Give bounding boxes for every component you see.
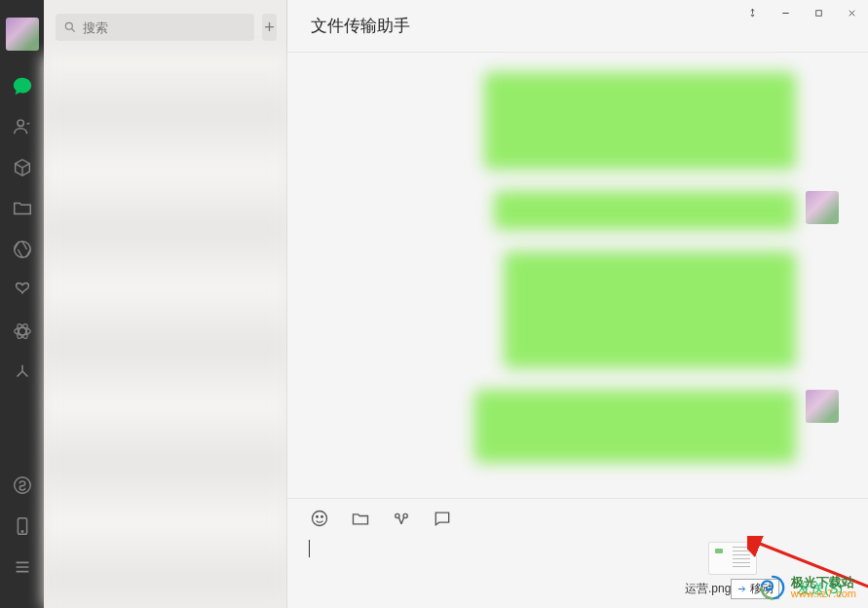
arrow-right-icon — [736, 584, 747, 594]
svg-point-8 — [65, 22, 72, 29]
maximize-button[interactable] — [802, 0, 835, 25]
watermark-url: www.xz7.com — [791, 589, 856, 599]
search-box[interactable] — [56, 14, 254, 41]
svg-point-2 — [14, 327, 30, 334]
watermark: 极光下载站 www.xz7.com — [758, 573, 856, 602]
history-button[interactable] — [432, 508, 453, 529]
aperture-icon[interactable] — [11, 238, 34, 261]
butterfly-icon[interactable] — [11, 279, 34, 302]
message-bubble[interactable] — [474, 390, 796, 463]
attachment-filename: 运营.png — [685, 581, 731, 597]
svg-point-0 — [17, 120, 22, 126]
add-button[interactable]: + — [262, 14, 277, 41]
chat-main: 文件传输助手 运营.png — [287, 0, 868, 608]
cube-icon[interactable] — [11, 156, 34, 179]
compose-toolbar — [287, 499, 868, 538]
miniprogram-icon[interactable] — [11, 474, 34, 497]
spark-icon[interactable] — [11, 361, 34, 384]
app-sidebar — [0, 0, 44, 608]
chat-title: 文件传输助手 — [311, 15, 410, 37]
message-bubble[interactable] — [494, 191, 796, 230]
screenshot-button[interactable] — [391, 508, 412, 529]
attachment-thumb-icon — [708, 542, 757, 575]
svg-point-10 — [313, 512, 327, 526]
svg-point-13 — [396, 513, 399, 517]
menu-icon[interactable] — [11, 555, 34, 579]
minimize-button[interactable] — [769, 0, 802, 25]
emoji-button[interactable] — [309, 508, 330, 529]
message-area[interactable] — [287, 53, 868, 498]
svg-point-14 — [403, 513, 407, 517]
pin-button[interactable] — [736, 0, 769, 25]
folder-icon[interactable] — [11, 197, 34, 220]
file-button[interactable] — [350, 508, 371, 529]
search-icon — [63, 20, 77, 34]
atom-icon[interactable] — [11, 320, 34, 343]
message-avatar[interactable] — [806, 191, 839, 224]
svg-point-12 — [321, 516, 323, 518]
text-caret — [309, 540, 310, 557]
watermark-logo-icon — [758, 573, 787, 602]
user-avatar[interactable] — [6, 18, 39, 51]
close-button[interactable] — [835, 0, 868, 25]
svg-rect-9 — [815, 10, 821, 16]
svg-point-7 — [21, 531, 22, 532]
chat-list-panel: + — [44, 0, 287, 608]
message-bubble[interactable] — [504, 251, 796, 368]
contacts-icon[interactable] — [11, 115, 34, 138]
message-bubble[interactable] — [484, 72, 796, 170]
window-controls — [736, 0, 868, 25]
chat-icon[interactable] — [11, 74, 34, 97]
phone-icon[interactable] — [11, 514, 34, 538]
svg-point-11 — [317, 516, 319, 518]
message-avatar[interactable] — [806, 390, 839, 423]
search-input[interactable] — [83, 20, 246, 35]
chat-list-items[interactable] — [44, 55, 286, 608]
